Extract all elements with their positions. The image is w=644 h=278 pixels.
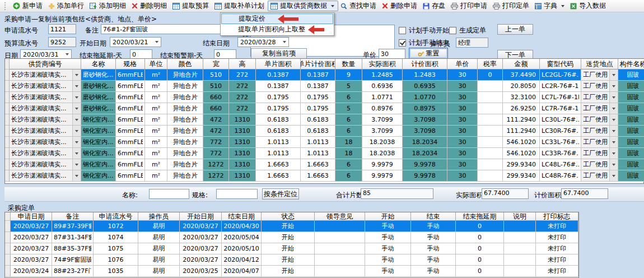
chevron-down-icon[interactable]	[331, 5, 334, 7]
cell-color[interactable]: 异地合片	[167, 170, 203, 182]
column-header-end-delay[interactable]: 结束拖延期	[456, 212, 504, 221]
cell-qty[interactable]: 9	[335, 70, 362, 81]
previous-order-button[interactable]: 上一单	[497, 24, 533, 35]
column-header-delivery[interactable]: 送货地点	[581, 59, 618, 70]
cell-price-area[interactable]: 1.0770	[403, 92, 447, 103]
cell-remark[interactable]: 88#23-27F门顶玻	[52, 266, 94, 277]
cell-tax-rate[interactable]	[478, 148, 503, 159]
cell-name[interactable]: 钢化室内...	[81, 114, 116, 126]
cell-component[interactable]: 固玻	[618, 81, 644, 92]
dropdown-arrow-icon[interactable]	[72, 170, 81, 181]
chevron-down-icon[interactable]	[63, 50, 71, 59]
cell-unit-price[interactable]: 30	[447, 103, 478, 114]
cell-end[interactable]: 手动	[411, 232, 456, 243]
cell-remark[interactable]: 88#35-37F窗固玻	[52, 243, 94, 254]
toolbar-button-add-row[interactable]: 添加单行	[46, 1, 87, 11]
cell-width[interactable]: 772	[203, 137, 229, 148]
cell-unit-price[interactable]: 30	[447, 148, 478, 159]
cell-name[interactable]: 磨砂钢化...	[81, 70, 116, 81]
cell-price-area[interactable]: 18.2034	[403, 148, 447, 159]
cell-height[interactable]: 1310	[229, 126, 256, 137]
cell-window-code[interactable]: LC33R-76#...	[540, 148, 581, 159]
dropdown-arrow-icon[interactable]	[609, 137, 618, 147]
detail-row[interactable]: 长沙市潇湘玻璃实...钢化室内...6mmFLE...m²异地合片4721310…	[5, 114, 643, 126]
column-header-unit-price[interactable]: 单价	[447, 59, 478, 70]
cell-height[interactable]: 1310	[229, 170, 256, 182]
request-no-field[interactable]	[48, 24, 76, 34]
cell-remark[interactable]: 89#37-39F窗固玻	[52, 221, 94, 232]
cell-window-code[interactable]: LC2R-76#-1F	[540, 81, 581, 92]
cell-unit[interactable]: m²	[145, 159, 167, 170]
cell-unit[interactable]: m²	[145, 126, 167, 137]
cell-piece-area[interactable]: 0.6183	[256, 126, 301, 137]
cell-unit-price[interactable]: 30	[447, 70, 478, 81]
dropdown-arrow-icon[interactable]	[609, 103, 618, 114]
cell-piece-area[interactable]: 0.1387	[256, 70, 301, 81]
cell-delivery[interactable]: 工厂使用	[581, 103, 618, 114]
toolbar-button-extract-budget[interactable]: 提取预算	[170, 1, 212, 11]
cell-component[interactable]: 固玻	[618, 170, 644, 182]
dropdown-arrow-icon[interactable]	[609, 81, 618, 91]
reset-button[interactable]: 重置	[409, 48, 448, 59]
cell-width[interactable]: 772	[203, 148, 229, 159]
row-selector[interactable]	[5, 137, 10, 148]
detail-row[interactable]: 长沙市潇湘玻璃实...钢化室内...6mmFLE...m²异地合片1272131…	[5, 170, 643, 182]
dropdown-arrow-icon[interactable]	[609, 148, 618, 159]
cell-color[interactable]: 异地合片	[167, 103, 203, 114]
cell-spec[interactable]: 6mmFLE...	[116, 92, 145, 103]
cell-unit-price[interactable]: 30	[447, 137, 478, 148]
cell-operator[interactable]: 易明	[138, 221, 180, 232]
row-selector[interactable]	[5, 70, 10, 81]
cell-operator[interactable]: 易明	[138, 266, 180, 277]
dropdown-arrow-icon[interactable]	[72, 126, 81, 136]
row-selector[interactable]	[5, 254, 11, 266]
toolbar-button-print-order[interactable]: 打印定单	[491, 1, 533, 11]
cell-request-date[interactable]: 2020/03/27	[11, 254, 52, 266]
column-header-piece-area[interactable]: 单片面积	[256, 59, 301, 70]
dropdown-arrow-icon[interactable]	[609, 70, 618, 80]
checkbox-icon[interactable]	[399, 27, 406, 34]
cell-note[interactable]	[504, 221, 536, 232]
cell-status[interactable]: 开始	[262, 254, 315, 266]
cell-end[interactable]: 手动	[411, 243, 456, 254]
cell-tax-rate[interactable]	[478, 114, 503, 126]
cell-piece-area[interactable]: 0.6183	[256, 114, 301, 126]
cell-price-area[interactable]: 3.7098	[403, 126, 447, 137]
toolbar-button-extract-supplement-plan[interactable]: 提取补单计划	[212, 1, 268, 11]
cell-component[interactable]: 固玻	[618, 159, 644, 170]
toolbar-grip[interactable]	[4, 2, 7, 10]
order-row[interactable]: 2020/03/2789#37-39F窗固玻1072易明2020/03/2720…	[5, 221, 578, 232]
cell-end-date[interactable]: 2020/04/12	[222, 254, 262, 266]
cell-price-area[interactable]: 3.7098	[403, 114, 447, 126]
cell-supplier[interactable]: 长沙市潇湘玻璃实...	[10, 159, 81, 170]
cell-actual-area[interactable]: 9.9979	[362, 159, 403, 170]
column-header-amount[interactable]: 金额	[503, 59, 540, 70]
cell-piece-area[interactable]: 1.6663	[256, 159, 301, 170]
cell-spec[interactable]: 6mmFLE...	[116, 148, 145, 159]
cell-end-delay[interactable]: 0	[456, 243, 504, 254]
cell-actual-area[interactable]: 9.9979	[362, 170, 403, 182]
cell-request-no[interactable]: 1076	[94, 254, 138, 266]
toolbar-button-import-data[interactable]: 导入数据	[568, 1, 609, 11]
cell-name[interactable]: 钢化室内...	[81, 159, 116, 170]
copy-current-button[interactable]: 复制当前项	[251, 48, 307, 59]
cell-height[interactable]: 1310	[229, 137, 256, 148]
cell-delivery[interactable]: 工厂使用	[581, 170, 618, 182]
column-header-window-code[interactable]: 窗型代码	[540, 59, 581, 70]
column-header-spec[interactable]: 规格	[116, 59, 145, 70]
cell-supplier[interactable]: 长沙市潇湘玻璃实...	[10, 103, 81, 114]
menu-item-extract-piece-area-roundup[interactable]: 提取单片面积向上取整	[221, 24, 333, 35]
cell-color[interactable]: 异地合片	[167, 114, 203, 126]
cell-unit-price[interactable]: 30	[447, 159, 478, 170]
cell-tax-rate[interactable]: 0	[478, 70, 503, 81]
column-header-actual-area[interactable]: 实际面积	[362, 59, 403, 70]
cell-spec[interactable]: 6mmFLE...	[116, 170, 145, 182]
cell-spec[interactable]: 6mmFLE...	[116, 70, 145, 81]
cell-name[interactable]: 钢化室内...	[81, 137, 116, 148]
column-header-print-flag[interactable]: 打印标志	[536, 212, 578, 221]
dropdown-arrow-icon[interactable]	[609, 126, 618, 136]
cell-width[interactable]: 510	[203, 70, 229, 81]
cell-status[interactable]: 开始	[262, 232, 315, 243]
cell-qty[interactable]: 6	[335, 159, 362, 170]
cell-component[interactable]: 固玻	[618, 70, 644, 81]
